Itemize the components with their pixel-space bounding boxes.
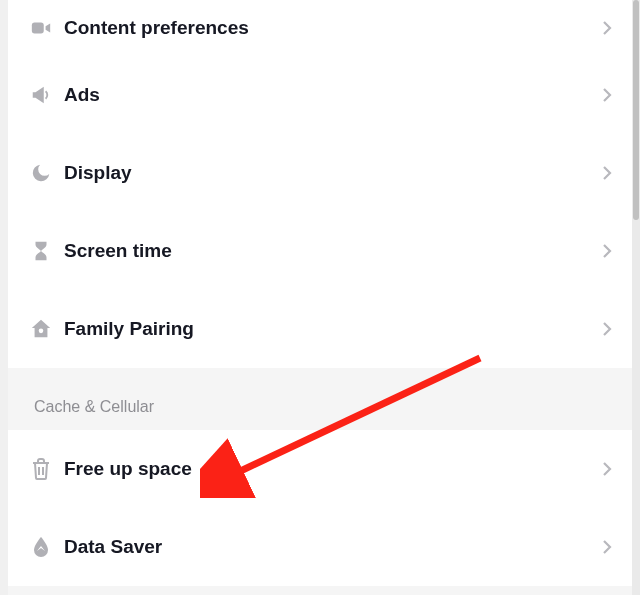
settings-section-cache: Free up space Data Saver (8, 430, 632, 586)
scrollbar-thumb[interactable] (633, 0, 639, 220)
row-content-preferences[interactable]: Content preferences (8, 0, 632, 56)
row-screen-time[interactable]: Screen time (8, 212, 632, 290)
row-family-pairing[interactable]: Family Pairing (8, 290, 632, 368)
row-display[interactable]: Display (8, 134, 632, 212)
row-label: Content preferences (60, 17, 592, 39)
chevron-right-icon (592, 461, 612, 477)
settings-section-main: Content preferences Ads (8, 0, 632, 368)
chevron-right-icon (592, 243, 612, 259)
video-camera-icon (22, 17, 60, 39)
section-header-cache-cellular: Cache & Cellular (8, 368, 632, 430)
megaphone-icon (22, 84, 60, 106)
scrollbar-track[interactable] (632, 0, 640, 595)
row-data-saver[interactable]: Data Saver (8, 508, 632, 586)
row-label: Screen time (60, 240, 592, 262)
chevron-right-icon (592, 20, 612, 36)
drop-icon (22, 536, 60, 558)
row-label: Family Pairing (60, 318, 592, 340)
chevron-right-icon (592, 321, 612, 337)
hourglass-icon (22, 240, 60, 262)
trash-icon (22, 458, 60, 480)
svg-point-1 (39, 329, 44, 334)
moon-icon (22, 162, 60, 184)
home-icon (22, 318, 60, 340)
svg-rect-0 (32, 23, 44, 34)
row-label: Display (60, 162, 592, 184)
chevron-right-icon (592, 165, 612, 181)
row-label: Free up space (60, 458, 592, 480)
row-label: Ads (60, 84, 592, 106)
row-label: Data Saver (60, 536, 592, 558)
chevron-right-icon (592, 87, 612, 103)
row-ads[interactable]: Ads (8, 56, 632, 134)
row-free-up-space[interactable]: Free up space (8, 430, 632, 508)
chevron-right-icon (592, 539, 612, 555)
